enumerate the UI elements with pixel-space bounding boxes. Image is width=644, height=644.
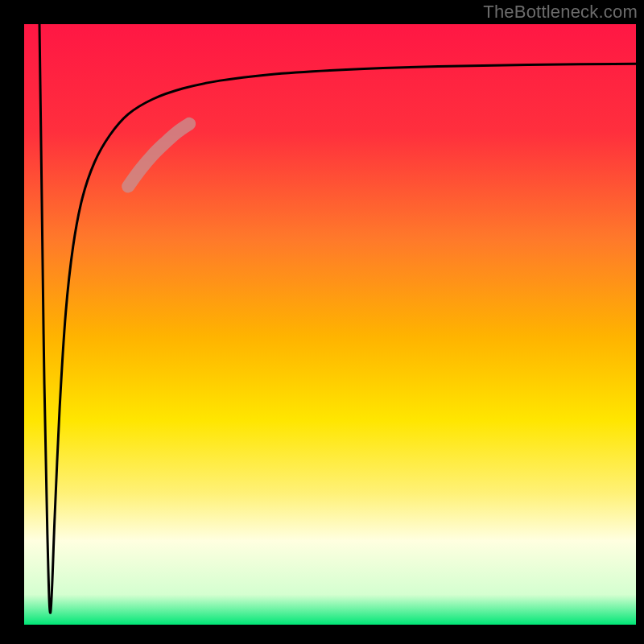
chart-container: TheBottleneck.com: [0, 0, 644, 644]
chart-plot-area: [24, 24, 636, 625]
chart-svg: [0, 0, 644, 644]
